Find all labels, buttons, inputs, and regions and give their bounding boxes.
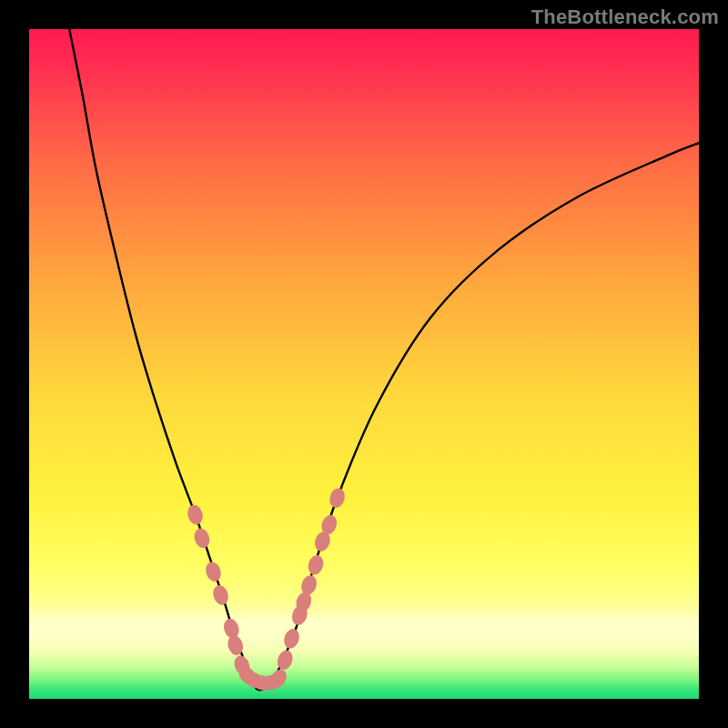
data-marker	[306, 553, 326, 577]
outer-frame: TheBottleneck.com	[0, 0, 728, 728]
data-marker	[328, 486, 348, 510]
data-marker	[192, 526, 212, 550]
data-marker	[281, 627, 301, 651]
curve-path	[69, 29, 699, 690]
data-marker	[275, 648, 295, 672]
watermark-text: TheBottleneck.com	[531, 5, 719, 29]
marker-group	[186, 486, 348, 692]
data-marker	[186, 503, 205, 527]
bottleneck-curve	[69, 29, 699, 690]
chart-svg	[29, 29, 699, 699]
data-marker	[211, 583, 231, 607]
plot-area	[29, 29, 699, 699]
data-marker	[203, 560, 223, 583]
